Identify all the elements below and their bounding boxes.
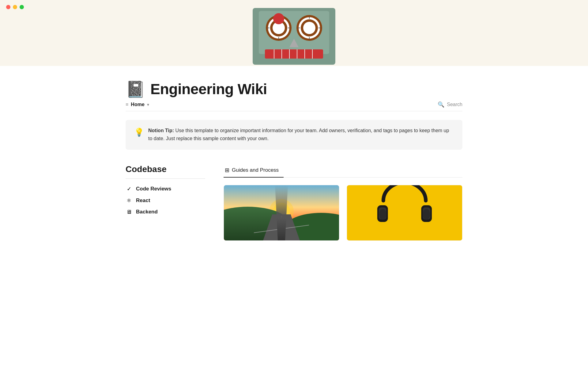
tabs-bar: ⊞ Guides and Process: [224, 164, 462, 178]
tip-text: Notion Tip: Use this template to organiz…: [148, 127, 454, 143]
road-image: [224, 185, 339, 240]
nav-left: ≡ Home ▾: [126, 102, 149, 107]
react-label: React: [136, 197, 150, 204]
maximize-button[interactable]: [20, 5, 24, 9]
list-item[interactable]: ⚛ React: [126, 195, 205, 206]
svg-point-26: [273, 13, 284, 24]
page-title: Engineering Wiki: [150, 81, 267, 98]
lightbulb-icon: 💡: [134, 127, 144, 138]
svg-point-40: [379, 209, 386, 220]
svg-point-13: [303, 22, 315, 34]
tip-box: 💡 Notion Tip: Use this template to organ…: [126, 120, 462, 150]
svg-rect-19: [265, 49, 323, 59]
tab-label: Guides and Process: [232, 167, 279, 173]
react-icon: ⚛: [126, 197, 132, 204]
guides-section: ⊞ Guides and Process: [224, 164, 462, 241]
traffic-lights: [6, 5, 24, 9]
list-item[interactable]: 🖥 Backend: [126, 207, 205, 217]
minimize-button[interactable]: [13, 5, 17, 9]
section-divider: [126, 178, 205, 179]
hero-banner: [0, 0, 588, 66]
nav-bar: ≡ Home ▾ 🔍 Search: [126, 101, 462, 111]
tip-body: Use this template to organize important …: [148, 128, 449, 141]
page-title-section: 📓 Engineering Wiki: [126, 66, 462, 101]
gallery-card-road[interactable]: [224, 185, 339, 241]
gallery-card-headphones[interactable]: [347, 185, 462, 241]
code-reviews-label: Code Reviews: [136, 186, 171, 192]
backend-icon: 🖥: [126, 209, 132, 215]
svg-point-41: [423, 209, 430, 220]
hero-robot-image: [234, 0, 354, 66]
tab-guides-and-process[interactable]: ⊞ Guides and Process: [224, 164, 284, 177]
search-label[interactable]: Search: [447, 102, 462, 107]
checkmark-icon: ✓: [126, 186, 132, 192]
codebase-nav-list: ✓ Code Reviews ⚛ React 🖥 Backend: [126, 184, 205, 217]
main-columns: Codebase ✓ Code Reviews ⚛ React 🖥 Backen…: [126, 164, 462, 241]
chevron-down-icon[interactable]: ▾: [147, 102, 149, 107]
list-icon: ≡: [126, 102, 128, 107]
page-content: 📓 Engineering Wiki ≡ Home ▾ 🔍 Search 💡 N…: [101, 66, 487, 241]
gallery-grid: [224, 185, 462, 241]
search-button[interactable]: 🔍 Search: [438, 101, 462, 108]
list-item[interactable]: ✓ Code Reviews: [126, 184, 205, 194]
codebase-section: Codebase ✓ Code Reviews ⚛ React 🖥 Backen…: [126, 164, 205, 217]
grid-icon: ⊞: [225, 167, 229, 174]
backend-label: Backend: [136, 209, 158, 215]
page-icon: 📓: [126, 81, 145, 97]
close-button[interactable]: [6, 5, 10, 9]
tip-bold-prefix: Notion Tip:: [148, 128, 174, 133]
svg-point-30: [224, 207, 291, 240]
nav-home-label[interactable]: Home: [131, 102, 144, 107]
headphones-image: [347, 185, 462, 240]
search-icon: 🔍: [438, 101, 444, 108]
svg-rect-35: [347, 186, 462, 240]
codebase-heading: Codebase: [126, 164, 205, 174]
